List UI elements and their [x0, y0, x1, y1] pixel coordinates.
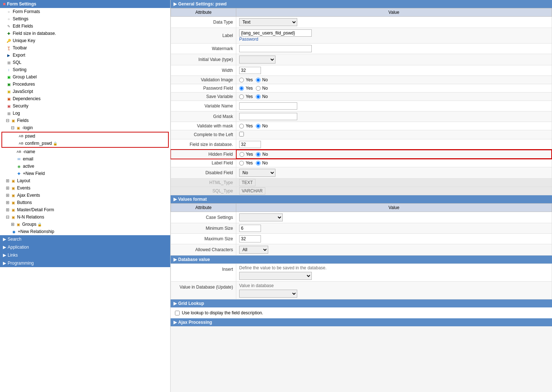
tree-item-pswd[interactable]: AB pswd	[2, 132, 168, 140]
tree-label: Unique Key	[13, 38, 35, 43]
tree-item-name[interactable]: AB -name	[0, 148, 170, 155]
expand-icon[interactable]: ⊞	[6, 178, 9, 183]
minimum-size-input[interactable]	[239, 225, 261, 232]
tree-item-fields-positioning[interactable]: ✚ Field size in database.	[0, 30, 170, 37]
tree-item-nn-relations[interactable]: ⊟ ▣ N-N Relations	[0, 213, 170, 221]
lf-no-radio[interactable]	[256, 161, 261, 166]
expand-icon[interactable]: ⊟	[11, 125, 15, 130]
variable-name-input[interactable]	[239, 102, 297, 110]
hf-no-label[interactable]: No	[256, 152, 268, 157]
data-type-row: Data Type Text	[171, 17, 552, 28]
vm-yes-label[interactable]: Yes	[239, 123, 253, 128]
validation-yes-radio[interactable]	[239, 78, 244, 82]
width-input[interactable]	[239, 67, 261, 74]
tree-item-sql[interactable]: ▦ SQL	[0, 59, 170, 66]
field-size-input[interactable]	[239, 141, 261, 148]
tree-item-dependencies[interactable]: ▣ Dependencies	[0, 95, 170, 102]
section-application[interactable]: ▶ Application	[0, 243, 170, 251]
lf-no-label[interactable]: No	[256, 160, 268, 166]
insert-select[interactable]	[239, 272, 312, 280]
sv-yes-label[interactable]: Yes	[239, 94, 253, 99]
tree-item-login[interactable]: ⊟ ▣ -login	[0, 124, 170, 131]
tree-item-fields[interactable]: ⊟ ▣ Fields	[0, 117, 170, 124]
expand-icon[interactable]: ⊞	[6, 185, 9, 191]
complete-left-checkbox[interactable]	[239, 132, 244, 136]
tree-item-settings[interactable]: ○ Settings	[0, 15, 170, 23]
expand-icon[interactable]: ⊞	[6, 207, 9, 212]
validate-with-mask-cell: Yes No	[236, 122, 552, 130]
lf-yes-radio[interactable]	[239, 161, 244, 166]
watermark-input[interactable]	[239, 45, 312, 52]
pf-no-label[interactable]: No	[256, 86, 268, 91]
expand-icon[interactable]: ⊞	[6, 193, 9, 198]
disabled-field-select[interactable]: No	[239, 169, 275, 177]
validation-no-radio[interactable]	[256, 78, 261, 82]
pf-no-radio[interactable]	[256, 86, 261, 91]
tree-item-buttons[interactable]: ⊞ ▣ Buttons	[0, 199, 170, 206]
section-collapse-icon: ▶	[173, 197, 177, 202]
tree-item-active[interactable]: ◉ active	[0, 163, 170, 170]
lookup-checkbox[interactable]	[175, 311, 180, 315]
tree-item-export[interactable]: ▶ Export	[0, 52, 170, 59]
tree-item-security[interactable]: ▣ Security	[0, 102, 170, 110]
tree-item-new-relationship[interactable]: ◉ +New Relationship	[0, 228, 170, 235]
ajax-processing-header[interactable]: ▶ Ajax Processing	[171, 318, 552, 326]
tree-item-ajax-events[interactable]: ⊞ ▣ Ajax Events	[0, 192, 170, 199]
expand-icon[interactable]: ⊞	[11, 222, 15, 227]
allowed-chars-select[interactable]: All	[239, 246, 268, 254]
tree-item-procedures[interactable]: ▣ Procedures	[0, 81, 170, 88]
section-programming[interactable]: ▶ Programming	[0, 259, 170, 267]
validation-yes-label[interactable]: Yes	[239, 77, 253, 82]
section-collapse-icon: ▶	[173, 1, 177, 7]
sv-no-label[interactable]: No	[256, 94, 268, 99]
tree-item-groups-sub[interactable]: ⊞ ▣ Groups 🔒	[0, 221, 170, 228]
pf-yes-radio[interactable]	[239, 86, 244, 91]
tree-item-master-detail[interactable]: ⊞ ▣ Master/Detail Form	[0, 206, 170, 213]
hf-yes-label[interactable]: Yes	[240, 152, 253, 157]
maximum-size-input[interactable]	[239, 235, 261, 242]
tree-item-events[interactable]: ⊞ ▣ Events	[0, 184, 170, 192]
tree-item-toolbar[interactable]: T̲ Toolbar	[0, 44, 170, 52]
hf-no-radio[interactable]	[256, 152, 261, 157]
label-input[interactable]	[239, 29, 312, 37]
update-select[interactable]	[239, 290, 297, 298]
expand-icon[interactable]: ⊟	[6, 215, 9, 220]
initial-value-select[interactable]	[239, 56, 275, 64]
tree-item-log[interactable]: ▦ Log	[0, 110, 170, 117]
lookup-checkbox-label[interactable]: Use lookup to display the field descript…	[175, 310, 548, 315]
grid-lookup-header[interactable]: ▶ Grid Lookup	[171, 299, 552, 307]
vm-no-label[interactable]: No	[256, 123, 268, 128]
section-links[interactable]: ▶ Links	[0, 251, 170, 259]
data-type-select[interactable]: Text	[239, 18, 297, 26]
grid-mask-input[interactable]	[239, 113, 297, 120]
vm-no-radio[interactable]	[256, 124, 261, 128]
tree-item-form-formats[interactable]: ○ Form Formats	[0, 8, 170, 15]
initial-value-row: Initial Value (type)	[171, 54, 552, 65]
section-search[interactable]: ▶ Search	[0, 235, 170, 243]
tree-item-group-label[interactable]: ▣ Group Label	[0, 73, 170, 81]
expand-icon[interactable]: ⊟	[6, 118, 9, 123]
tree-item-sorting[interactable]: ↕ Sorting	[0, 66, 170, 73]
general-settings-header[interactable]: ▶ General Settings: pswd	[171, 0, 552, 8]
lf-yes-label[interactable]: Yes	[239, 160, 253, 166]
sv-no-radio[interactable]	[256, 94, 261, 99]
tree-item-confirm-pswd[interactable]: AB confirm_pswd 🔒	[2, 140, 168, 147]
tree-item-edit-fields[interactable]: ✎ Edit Fields	[0, 23, 170, 30]
tree-item-layout[interactable]: ⊞ ▣ Layout	[0, 177, 170, 184]
tree-label: email	[23, 156, 33, 162]
database-value-header[interactable]: ▶ Database value	[171, 256, 552, 264]
password-link[interactable]: Password	[239, 37, 258, 42]
tree-item-unique-key[interactable]: 🔑 Unique Key	[0, 37, 170, 44]
validation-no-label[interactable]: No	[256, 77, 268, 82]
expand-icon[interactable]: ⊞	[6, 200, 9, 205]
values-format-header[interactable]: ▶ Values format	[171, 195, 552, 203]
tree-item-email[interactable]: ✉ email	[0, 155, 170, 163]
vm-yes-radio[interactable]	[239, 124, 244, 128]
tree-item-javascript[interactable]: ▣ JavaScript	[0, 88, 170, 95]
pf-yes-label[interactable]: Yes	[239, 86, 253, 91]
sv-yes-radio[interactable]	[239, 94, 244, 99]
maximum-size-label: Maximum Size	[171, 234, 236, 244]
hf-yes-radio[interactable]	[240, 152, 244, 157]
case-settings-select[interactable]	[239, 213, 283, 221]
tree-item-new-field[interactable]: ✚ +New Field	[0, 170, 170, 177]
